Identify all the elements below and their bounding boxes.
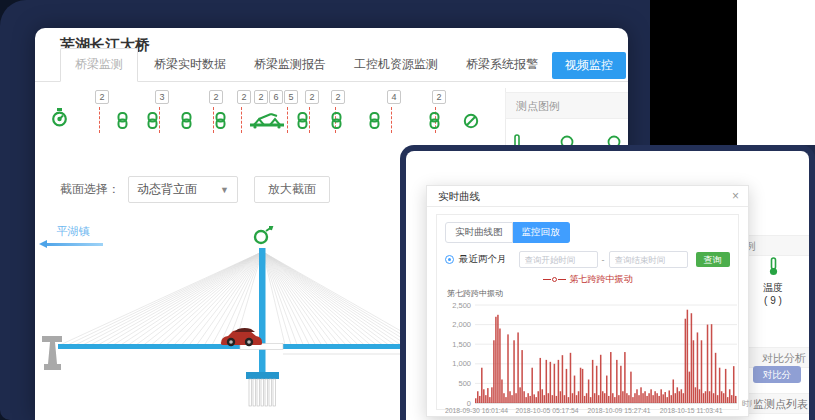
link-sensor-icon[interactable] bbox=[369, 112, 380, 133]
sensor-marker-line bbox=[309, 107, 310, 133]
tab-4[interactable]: 桥梁系统报警 bbox=[466, 49, 538, 81]
tab-2[interactable]: 桥梁监测报告 bbox=[254, 49, 326, 81]
video-monitor-button[interactable]: 视频监控 bbox=[552, 52, 626, 79]
sensor-count-badge[interactable]: 3 bbox=[155, 90, 169, 104]
dialog-header: 实时曲线 × bbox=[427, 186, 748, 207]
sensor-count-badge[interactable]: 2 bbox=[237, 90, 251, 104]
range-separator: - bbox=[602, 255, 605, 265]
disabled-sensor-icon[interactable] bbox=[463, 113, 479, 133]
legend-label: 第七跨跨中振动 bbox=[570, 273, 633, 286]
wind-sensor-icon[interactable] bbox=[255, 227, 272, 243]
sensor-count-badge[interactable]: 6 bbox=[269, 90, 283, 104]
main-tab-bar: 桥梁监测桥梁实时数据桥梁监测报告工控机资源监测桥梁系统报警 bbox=[35, 54, 628, 82]
background-window-fragment bbox=[737, 0, 815, 145]
legend-marker-icon bbox=[552, 277, 557, 282]
sensor-marker-line bbox=[287, 107, 288, 133]
close-icon[interactable]: × bbox=[732, 189, 739, 203]
sensor-marker-line bbox=[241, 107, 242, 133]
pier-cap bbox=[246, 372, 279, 379]
svg-text:2018-10-15 11:03:41: 2018-10-15 11:03:41 bbox=[660, 407, 723, 414]
svg-text:2,500: 2,500 bbox=[452, 301, 471, 310]
svg-text:2018-10-09 15:27:41: 2018-10-09 15:27:41 bbox=[588, 407, 651, 414]
sensor-count-badge[interactable]: 4 bbox=[387, 90, 401, 104]
detail-window: 测点图例 温度 ( 9 ) 对比分析 对比分析 监测点列表 实时曲线 × 实时曲… bbox=[400, 145, 815, 420]
enlarge-section-button[interactable]: 放大截面 bbox=[254, 176, 330, 203]
sensor-marker-line bbox=[159, 107, 160, 133]
section-toolbar: 截面选择： 动态背立面 ▼ 放大截面 bbox=[60, 176, 330, 203]
tab-0[interactable]: 桥梁监测 bbox=[60, 48, 138, 82]
sensor-marker-line bbox=[99, 107, 100, 133]
tab-1[interactable]: 桥梁实时数据 bbox=[154, 49, 226, 81]
screen: 芜湖长江大桥 桥梁监测桥梁实时数据桥梁监测报告工控机资源监测桥梁系统报警 视频监… bbox=[0, 0, 815, 420]
dialog-tab-bar: 实时曲线图监控回放 bbox=[445, 222, 730, 243]
dialog-tab-1[interactable]: 监控回放 bbox=[513, 222, 570, 243]
car bbox=[221, 328, 262, 346]
sensor-count-badge[interactable]: 2 bbox=[209, 90, 223, 104]
bridge-tower bbox=[259, 248, 266, 374]
dialog-title: 实时曲线 bbox=[427, 186, 748, 207]
pier-piles bbox=[249, 379, 275, 406]
svg-text:2018-10-05 05:17:54: 2018-10-05 05:17:54 bbox=[515, 407, 578, 414]
sensor-count-badge[interactable]: 2 bbox=[305, 90, 319, 104]
svg-text:时间: 时间 bbox=[742, 399, 752, 408]
link-sensor-icon[interactable] bbox=[331, 112, 342, 133]
link-sensor-icon[interactable] bbox=[181, 112, 192, 133]
compare-analysis-button[interactable]: 对比分析 bbox=[753, 366, 801, 383]
truss-sensor-icon[interactable] bbox=[249, 112, 285, 133]
radio-last-two-months[interactable] bbox=[445, 255, 454, 264]
link-sensor-icon[interactable] bbox=[117, 112, 128, 133]
sensor-count-badge[interactable]: 5 bbox=[284, 90, 298, 104]
svg-text:2018-09-30 16:01:44: 2018-09-30 16:01:44 bbox=[445, 407, 508, 414]
link-sensor-icon[interactable] bbox=[215, 112, 226, 133]
black-backdrop bbox=[650, 0, 737, 147]
end-time-input[interactable] bbox=[609, 251, 688, 268]
sensor-marker-line bbox=[391, 107, 392, 133]
query-button[interactable]: 查询 bbox=[696, 252, 730, 267]
link-sensor-icon[interactable] bbox=[297, 112, 308, 133]
section-select-label: 截面选择： bbox=[60, 181, 120, 198]
radio-label: 最近两个月 bbox=[459, 253, 507, 266]
sensor-count-badge[interactable]: 2 bbox=[254, 90, 268, 104]
svg-text:2,000: 2,000 bbox=[452, 320, 471, 329]
section-select[interactable]: 动态背立面 ▼ bbox=[128, 176, 238, 203]
sensor-count-badge[interactable]: 2 bbox=[432, 90, 446, 104]
sensor-count-badge[interactable]: 2 bbox=[95, 90, 109, 104]
thermometer-icon bbox=[767, 257, 780, 276]
sensor-count-badge[interactable]: 2 bbox=[331, 90, 345, 104]
link-sensor-icon[interactable] bbox=[147, 112, 158, 133]
chart-legend[interactable]: 第七跨跨中振动 bbox=[445, 273, 730, 286]
abutment-pier bbox=[42, 336, 62, 370]
stopwatch-sensor-icon[interactable] bbox=[51, 108, 68, 131]
chevron-down-icon: ▼ bbox=[220, 185, 229, 195]
start-time-input[interactable] bbox=[519, 251, 598, 268]
tab-3[interactable]: 工控机资源监测 bbox=[354, 49, 438, 81]
sensor-marker-line bbox=[213, 107, 214, 133]
svg-text:1,500: 1,500 bbox=[452, 340, 471, 349]
query-controls: 最近两个月 - 查询 bbox=[445, 251, 730, 268]
legend-panel-header: 测点图例 bbox=[505, 92, 628, 119]
vibration-chart: 05001,0001,5002,0002,5002018-09-30 16:01… bbox=[445, 299, 752, 420]
dialog-body: 实时曲线图监控回放 最近两个月 - 查询 第七跨跨中振动 第七跨跨中振动 050… bbox=[436, 214, 739, 410]
svg-text:1,000: 1,000 bbox=[452, 359, 471, 368]
link-sensor-icon[interactable] bbox=[429, 112, 440, 133]
chart-title: 第七跨跨中振动 bbox=[447, 288, 730, 299]
realtime-curve-dialog: 实时曲线 × 实时曲线图监控回放 最近两个月 - 查询 第七跨跨中振动 bbox=[426, 185, 749, 417]
svg-text:500: 500 bbox=[458, 379, 471, 388]
dialog-tab-0[interactable]: 实时曲线图 bbox=[445, 222, 513, 243]
